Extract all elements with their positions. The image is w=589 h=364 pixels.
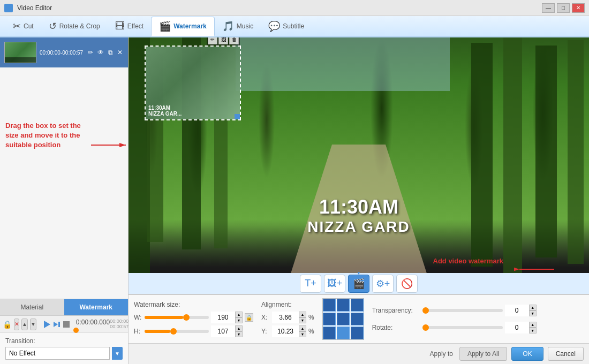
mosaic-icon: ⚙+ (376, 278, 390, 290)
transparency-row: Transparency: 0 ▲ ▼ (372, 305, 537, 316)
wm-edit-button[interactable]: ✏ (208, 37, 217, 44)
lock-icon: 🔒 (3, 320, 12, 329)
tab-cut[interactable]: ✂ Cut (5, 17, 41, 35)
height-spinners: ▲ ▼ (235, 325, 243, 337)
align-middle-center[interactable] (337, 313, 350, 325)
stop-button[interactable] (63, 321, 70, 328)
play-button[interactable] (44, 321, 50, 328)
align-top-right[interactable] (351, 299, 364, 312)
remove-thumbnail-button[interactable]: ✕ (116, 48, 124, 57)
add-delogo-button[interactable]: 🚫 (396, 275, 418, 293)
watermark-text: 11:30AMNIZZA GAR... (148, 105, 182, 117)
transition-settings: Transition: No Effect ▼ (0, 332, 128, 364)
subtitle-icon: 💬 (268, 20, 280, 32)
time-start-label: 0:00:00.000 (76, 318, 110, 329)
y-unit: % (308, 328, 314, 335)
select-arrow-icon[interactable]: ▼ (112, 347, 123, 360)
y-input[interactable]: 10.23 (272, 325, 299, 337)
watermark-toolbar: ✏ 🖼 🗑 (207, 37, 240, 46)
rotate-icon: ↺ (49, 20, 57, 32)
align-middle-right[interactable] (351, 313, 364, 325)
thumbnail-area: 00:00:00-00:00:57 ✏ 👁 ⧉ ✕ (0, 37, 128, 67)
delogo-icon: 🚫 (401, 278, 413, 290)
width-input[interactable]: 190 (211, 312, 235, 323)
aspect-lock-button[interactable]: 🔒 (245, 313, 253, 322)
watermark-resize-handle[interactable] (235, 114, 240, 119)
alignment-grid[interactable] (322, 298, 364, 340)
rotate-input[interactable]: 0 (505, 322, 529, 333)
transparency-down-button[interactable]: ▼ (529, 310, 537, 316)
width-up-button[interactable]: ▲ (235, 312, 243, 317)
transparency-input-wrap: 0 ▲ ▼ (505, 305, 537, 316)
video-text-time: 11:30AM (307, 196, 410, 218)
rotate-slider[interactable] (422, 326, 503, 329)
ok-button[interactable]: OK (511, 347, 543, 361)
x-input[interactable]: 3.66 (272, 312, 299, 323)
x-down-button[interactable]: ▼ (299, 317, 306, 323)
action-buttons: Apply to Apply to All OK Cancel (129, 343, 589, 364)
wm-image-button[interactable]: 🖼 (218, 37, 228, 44)
height-up-button[interactable]: ▲ (235, 325, 243, 331)
add-image-watermark-button[interactable]: 🖼+ (324, 275, 345, 293)
wm-delete-button[interactable]: 🗑 (229, 37, 239, 44)
y-up-button[interactable]: ▲ (299, 325, 306, 331)
app-icon (4, 4, 13, 12)
tab-watermark[interactable]: 🎬 Watermark (151, 17, 215, 36)
maximize-button[interactable]: □ (557, 3, 570, 13)
x-input-wrap: 3.66 ▲ ▼ (272, 312, 306, 323)
transparency-up-button[interactable]: ▲ (529, 305, 537, 310)
alignment-group: Alignment: X: 3.66 ▲ ▼ % Y: 10.2 (261, 301, 314, 337)
delete-button[interactable]: ✕ (14, 318, 19, 330)
edit-thumbnail-button[interactable]: ✏ (87, 48, 94, 57)
move-up-button[interactable]: ▲ (21, 318, 28, 330)
x-up-button[interactable]: ▲ (299, 312, 306, 317)
watermark-icon: 🎬 (159, 20, 171, 32)
tab-bar: ✂ Cut ↺ Rotate & Crop 🎞 Effect 🎬 Waterma… (0, 16, 589, 37)
copy-thumbnail-button[interactable]: ⧉ (107, 48, 114, 57)
align-middle-left[interactable] (323, 313, 336, 325)
text-wm-icon: T+ (305, 278, 316, 289)
next-frame-button[interactable] (54, 322, 60, 327)
add-mosaic-button[interactable]: ⚙+ (372, 275, 394, 293)
height-input[interactable]: 107 (211, 325, 235, 337)
minimize-button[interactable]: — (542, 3, 555, 13)
h-label: H: (134, 328, 142, 335)
transparency-slider[interactable] (422, 309, 503, 312)
image-wm-icon: 🖼+ (327, 278, 343, 289)
tab-subtitle[interactable]: 💬 Subtitle (261, 17, 312, 35)
add-text-watermark-button[interactable]: T+ (300, 275, 321, 293)
rotate-down-button[interactable]: ▼ (529, 328, 537, 333)
video-text-name: NIZZA GARD (307, 218, 410, 236)
apply-to-all-button[interactable]: Apply to All (459, 347, 507, 361)
align-top-left[interactable] (323, 299, 336, 312)
material-tab[interactable]: Material (0, 299, 64, 315)
tab-music[interactable]: 🎵 Music (215, 17, 261, 35)
title-bar-left: Video Editor (4, 4, 52, 12)
align-top-center[interactable] (337, 299, 350, 312)
rotate-up-button[interactable]: ▲ (529, 322, 537, 328)
height-down-button[interactable]: ▼ (235, 331, 243, 337)
cancel-button[interactable]: Cancel (548, 347, 584, 361)
transparency-group: Transparency: 0 ▲ ▼ Rotate: (372, 305, 537, 333)
rotate-label: Rotate: (372, 324, 420, 331)
transition-select[interactable]: No Effect (5, 347, 110, 360)
align-bottom-right[interactable] (351, 327, 364, 339)
width-slider[interactable] (145, 316, 209, 319)
view-thumbnail-button[interactable]: 👁 (96, 48, 105, 57)
watermark-inner: 11:30AMNIZZA GAR... (146, 47, 240, 119)
watermark-tab[interactable]: Watermark (64, 299, 129, 315)
align-bottom-center[interactable] (337, 327, 350, 339)
width-down-button[interactable]: ▼ (235, 317, 243, 323)
move-down-button[interactable]: ▼ (30, 318, 36, 330)
timeline-controls: 🔒 ✕ ▲ ▼ 0:00:00.000 00:00:00.000-00:00:5… (0, 315, 128, 332)
height-row: H: 107 ▲ ▼ (134, 325, 253, 337)
height-slider[interactable] (145, 330, 209, 333)
transparency-input[interactable]: 0 (505, 305, 529, 316)
align-bottom-left[interactable] (323, 327, 336, 339)
tab-rotate[interactable]: ↺ Rotate & Crop (41, 17, 108, 35)
y-down-button[interactable]: ▼ (299, 331, 306, 337)
tab-effect[interactable]: 🎞 Effect (108, 18, 151, 35)
close-button[interactable]: ✕ (572, 3, 585, 13)
add-video-watermark-button[interactable]: 🎬 (348, 275, 369, 293)
watermark-box[interactable]: ✏ 🖼 🗑 11:30AMNIZZA GAR... (145, 46, 241, 120)
